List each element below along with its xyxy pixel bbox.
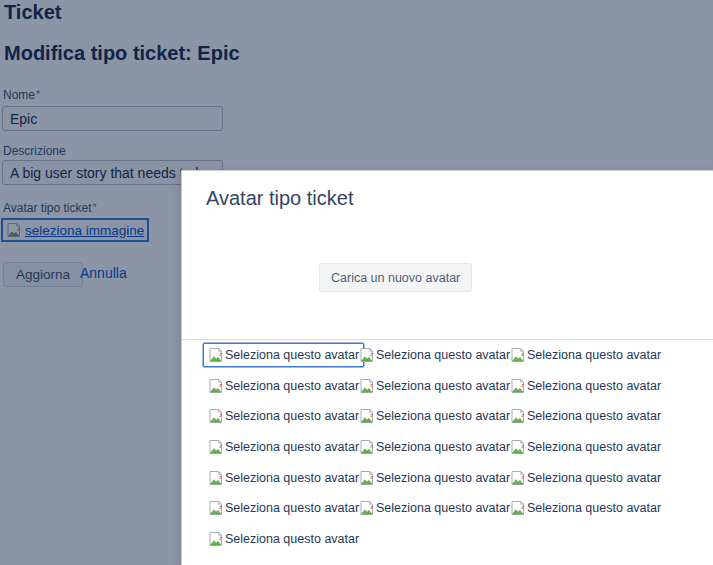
avatar-option[interactable]: Seleziona questo avatar	[203, 435, 364, 459]
avatar-option[interactable]: Seleziona questo avatar	[354, 496, 515, 520]
avatar-option-label: Seleziona questo avatar	[225, 440, 359, 454]
avatar-option[interactable]: Seleziona questo avatar	[505, 343, 666, 367]
broken-image-icon	[510, 347, 526, 363]
broken-image-icon	[359, 500, 375, 516]
avatar-dialog: Avatar tipo ticket Carica un nuovo avata…	[181, 170, 713, 565]
avatar-option[interactable]: Seleziona questo avatar	[354, 466, 515, 490]
upload-avatar-button[interactable]: Carica un nuovo avatar	[319, 263, 472, 292]
avatar-option-label: Seleziona questo avatar	[225, 532, 359, 546]
avatar-option-label: Seleziona questo avatar	[376, 348, 510, 362]
avatar-option[interactable]: Seleziona questo avatar	[354, 404, 515, 428]
avatar-option-label: Seleziona questo avatar	[527, 440, 661, 454]
avatar-option-label: Seleziona questo avatar	[225, 348, 359, 362]
broken-image-icon	[359, 378, 375, 394]
avatar-option[interactable]: Seleziona questo avatar	[505, 435, 666, 459]
avatar-option-label: Seleziona questo avatar	[376, 440, 510, 454]
avatar-option[interactable]: Seleziona questo avatar	[203, 496, 364, 520]
avatar-option[interactable]: Seleziona questo avatar	[203, 404, 364, 428]
broken-image-icon	[208, 439, 224, 455]
avatar-option-label: Seleziona questo avatar	[376, 471, 510, 485]
broken-image-icon	[510, 500, 526, 516]
avatar-option-label: Seleziona questo avatar	[376, 379, 510, 393]
avatar-option-label: Seleziona questo avatar	[527, 348, 661, 362]
avatar-option-label: Seleziona questo avatar	[527, 501, 661, 515]
avatar-option-label: Seleziona questo avatar	[225, 379, 359, 393]
dialog-divider	[182, 339, 713, 340]
avatar-option-label: Seleziona questo avatar	[527, 379, 661, 393]
avatar-grid: Seleziona questo avatar Seleziona questo…	[203, 343, 673, 558]
avatar-option-label: Seleziona questo avatar	[376, 409, 510, 423]
screen: Ticket Modifica tipo ticket: Epic Nome* …	[0, 0, 713, 565]
broken-image-icon	[510, 439, 526, 455]
broken-image-icon	[208, 347, 224, 363]
broken-image-icon	[208, 470, 224, 486]
avatar-option-label: Seleziona questo avatar	[527, 471, 661, 485]
avatar-option[interactable]: Seleziona questo avatar	[354, 374, 515, 398]
avatar-option-label: Seleziona questo avatar	[225, 409, 359, 423]
avatar-option[interactable]: Seleziona questo avatar	[505, 466, 666, 490]
avatar-option-label: Seleziona questo avatar	[527, 409, 661, 423]
avatar-option[interactable]: Seleziona questo avatar	[354, 343, 515, 367]
avatar-option[interactable]: Seleziona questo avatar	[203, 466, 364, 490]
avatar-option[interactable]: Seleziona questo avatar	[505, 404, 666, 428]
broken-image-icon	[208, 500, 224, 516]
broken-image-icon	[208, 531, 224, 547]
avatar-option[interactable]: Seleziona questo avatar	[505, 496, 666, 520]
broken-image-icon	[208, 378, 224, 394]
broken-image-icon	[510, 408, 526, 424]
broken-image-icon	[510, 378, 526, 394]
broken-image-icon	[359, 408, 375, 424]
broken-image-icon	[359, 470, 375, 486]
broken-image-icon	[208, 408, 224, 424]
avatar-option[interactable]: Seleziona questo avatar	[505, 374, 666, 398]
broken-image-icon	[359, 439, 375, 455]
broken-image-icon	[359, 347, 375, 363]
avatar-option-label: Seleziona questo avatar	[225, 501, 359, 515]
avatar-option-label: Seleziona questo avatar	[376, 501, 510, 515]
avatar-option-label: Seleziona questo avatar	[225, 471, 359, 485]
dialog-title: Avatar tipo ticket	[206, 187, 353, 210]
avatar-option[interactable]: Seleziona questo avatar	[203, 343, 364, 367]
avatar-option[interactable]: Seleziona questo avatar	[203, 527, 364, 551]
avatar-option[interactable]: Seleziona questo avatar	[203, 374, 364, 398]
avatar-option[interactable]: Seleziona questo avatar	[354, 435, 515, 459]
broken-image-icon	[510, 470, 526, 486]
